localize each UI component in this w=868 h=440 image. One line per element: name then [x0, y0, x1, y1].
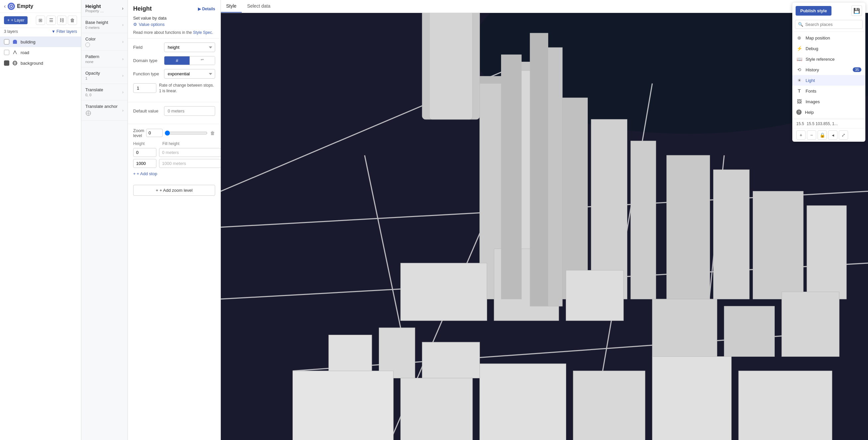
coords-bar: 15.5 15.5 103.855, 1... — [792, 119, 865, 128]
stops-section: Zoom level 🗑 Height Fill height 🗑 🗑 + + … — [128, 124, 220, 181]
zoom-delete-button[interactable]: 🗑 — [210, 130, 216, 136]
zoom-out-button[interactable]: − — [807, 130, 816, 140]
back-button[interactable]: ‹ — [4, 3, 6, 9]
add-layer-button[interactable]: + + Layer — [4, 16, 28, 24]
function-type-select[interactable]: exponential — [164, 69, 215, 79]
details-link[interactable]: ▶ Details — [198, 7, 215, 11]
svg-rect-41 — [782, 292, 839, 357]
menu-label-debug: Debug — [806, 46, 818, 51]
layer-visibility-building[interactable] — [4, 39, 9, 44]
base-height-item[interactable]: Base height 0 meters › — [81, 16, 127, 33]
map-area[interactable]: Style Select data — [221, 0, 868, 440]
stop-fill-input-1[interactable] — [159, 159, 221, 168]
menu-item-images[interactable]: 🖼 Images — [792, 96, 865, 107]
stop-height-input-1[interactable] — [133, 159, 156, 168]
menu-item-history[interactable]: ⟲ History 35 — [792, 64, 865, 75]
stop-height-input-0[interactable] — [133, 148, 156, 157]
add-zoom-label: + Add zoom level — [160, 188, 193, 193]
zoom-coord: 15.5 — [796, 122, 804, 126]
default-value-input[interactable] — [164, 106, 215, 116]
zoom-in-button[interactable]: + — [796, 130, 806, 140]
layer-icon-building — [12, 39, 18, 45]
layer-controls: + + Layer ⊞ ☰ ⛓ 🗑 — [0, 13, 81, 28]
search-icon: 🔍 — [798, 22, 803, 27]
opacity-item[interactable]: Opacity 1 › — [81, 67, 127, 83]
app-header: ‹ Empty — [0, 0, 81, 13]
pattern-text: Pattern none — [85, 54, 99, 64]
history-badge: 35 — [853, 67, 861, 72]
list-view-button[interactable]: ☰ — [46, 15, 56, 25]
stop-row-1: 🗑 — [133, 159, 215, 168]
add-zoom-level-button[interactable]: + + Add zoom level — [133, 185, 215, 196]
grid-view-button[interactable]: ⊞ — [36, 15, 45, 25]
layer-visibility-background[interactable] — [4, 60, 9, 66]
images-icon: 🖼 — [796, 99, 802, 104]
search-input[interactable] — [805, 22, 860, 27]
menu-item-debug[interactable]: ⚡ Debug — [792, 43, 865, 54]
translate-chevron-icon: › — [122, 90, 124, 95]
base-height-value: 0 meters — [85, 26, 108, 30]
tab-select-data[interactable]: Select data — [242, 0, 276, 12]
svg-rect-37 — [379, 328, 415, 378]
translate-anchor-icon — [85, 110, 118, 117]
city-map-svg — [221, 0, 868, 440]
rate-input[interactable] — [133, 83, 156, 93]
layer-item-background[interactable]: background — [0, 58, 81, 68]
search-box: 🔍 — [795, 20, 863, 29]
layer-info: 3 layers ▼ Filter layers — [0, 28, 81, 36]
menu-item-help[interactable]: ? Help — [792, 107, 865, 117]
svg-rect-35 — [807, 206, 846, 299]
default-value-row: Default value — [133, 106, 215, 116]
save-icon-button[interactable]: 💾 — [851, 5, 862, 16]
svg-rect-28 — [630, 141, 656, 299]
color-item[interactable]: Color › — [81, 33, 127, 50]
zoom-value-input[interactable] — [146, 129, 163, 137]
menu-item-style-reference[interactable]: 📖 Style reference — [792, 54, 865, 64]
app-title: Empty — [17, 3, 33, 9]
tab-style[interactable]: Style — [221, 0, 242, 12]
gear-icon: ⚙ — [133, 22, 137, 27]
history-icon: ⟲ — [796, 67, 802, 72]
translate-item[interactable]: Translate 0, 0 › — [81, 84, 127, 100]
publish-style-button[interactable]: Publish style — [796, 6, 832, 15]
pattern-item[interactable]: Pattern none › — [81, 51, 127, 67]
layer-visibility-road[interactable] — [4, 50, 9, 55]
svg-rect-32 — [667, 155, 710, 299]
read-more-text: Read more about functions in the Style S… — [133, 30, 215, 35]
svg-rect-3 — [13, 40, 16, 41]
expand-middle-button[interactable]: › — [122, 6, 124, 11]
plus-icon: + — [156, 188, 158, 193]
plus-icon: + — [7, 18, 10, 23]
fullscreen-button[interactable]: ⤢ — [839, 130, 848, 140]
read-more-static: Read more about functions in the — [133, 30, 192, 35]
field-select[interactable]: height — [164, 42, 215, 52]
lock-button[interactable]: 🔒 — [817, 130, 827, 140]
link-button[interactable]: ⛓ — [57, 15, 66, 25]
field-row: Field height — [133, 42, 215, 52]
menu-label-map-position: Map position — [806, 35, 830, 40]
svg-rect-34 — [753, 191, 804, 299]
svg-rect-39 — [652, 299, 717, 357]
menu-label-style-reference: Style reference — [806, 57, 834, 62]
back-map-button[interactable]: ◂ — [828, 130, 837, 140]
light-icon: ☀ — [796, 78, 802, 83]
stop-fill-input-0[interactable] — [159, 148, 221, 157]
translate-anchor-item[interactable]: Translate anchor › — [81, 101, 127, 121]
trash-button[interactable]: 🗑 — [68, 15, 77, 25]
add-stop-button[interactable]: + + Add stop — [133, 170, 157, 177]
filter-layers-button[interactable]: ▼ Filter layers — [52, 29, 77, 34]
layer-item-road[interactable]: road — [0, 47, 81, 58]
set-value-subtitle: Set value by data — [133, 15, 215, 21]
zoom-slider[interactable] — [165, 130, 208, 136]
color-text: Color — [85, 36, 96, 47]
layer-item-building[interactable]: building — [0, 36, 81, 47]
domain-quote-button[interactable]: “” — [190, 57, 215, 65]
menu-item-map-position[interactable]: ⊕ Map position — [792, 33, 865, 43]
layer-icon-background — [12, 60, 18, 66]
style-spec-link[interactable]: Style Spec — [193, 30, 212, 35]
menu-label-light: Light — [806, 78, 815, 83]
menu-item-fonts[interactable]: T Fonts — [792, 86, 865, 96]
value-options-button[interactable]: ⚙ Value options — [133, 22, 215, 27]
domain-hash-button[interactable]: # — [164, 57, 190, 65]
menu-item-light[interactable]: ☀ Light — [792, 75, 865, 86]
